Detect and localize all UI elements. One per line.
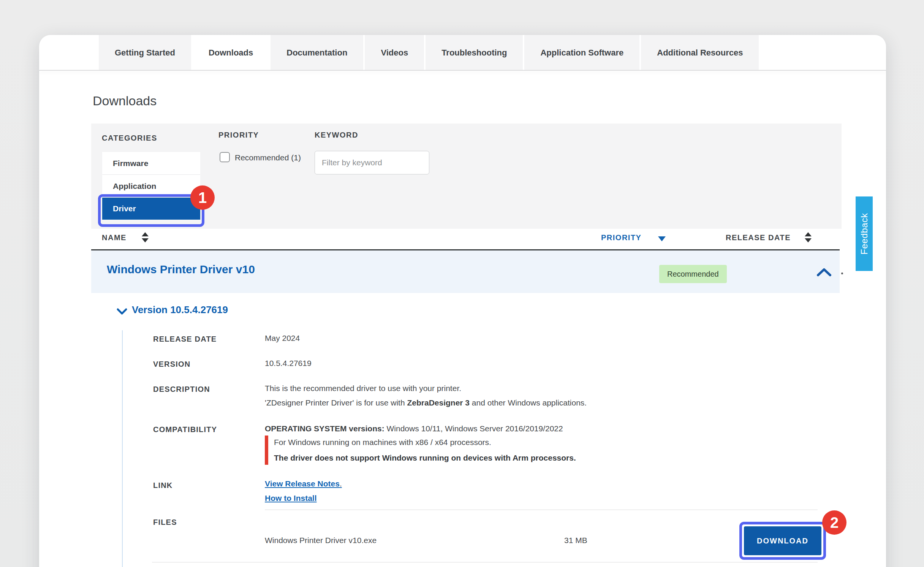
version-expand-chevron-icon[interactable] — [116, 308, 128, 315]
description-label: DESCRIPTION — [153, 385, 210, 394]
driver-row-title-link[interactable]: Windows Printer Driver v10 — [107, 263, 255, 276]
files-label: FILES — [153, 518, 177, 527]
description-line1: This is the recommended driver to use wi… — [265, 384, 461, 393]
release-date-label: RELEASE DATE — [153, 335, 217, 344]
tabstrip-underline — [39, 70, 886, 71]
view-release-notes-link[interactable]: View Release Notes. — [265, 479, 342, 488]
stray-dot — [841, 272, 843, 274]
files-top-divider — [265, 510, 818, 510]
warning-line1: For Windows running on machines with x86… — [274, 438, 576, 447]
keyword-filter-input[interactable] — [315, 151, 429, 174]
compatibility-os-rest: Windows 10/11, Windows Server 2016/2019/… — [384, 424, 563, 433]
column-header-name[interactable]: NAME — [102, 233, 127, 242]
how-to-install-link[interactable]: How to Install — [265, 494, 317, 503]
priority-label: PRIORITY — [218, 131, 259, 139]
annotation-step-1-badge: 1 — [190, 185, 215, 210]
arm-warning-block: For Windows running on machines with x86… — [265, 436, 576, 465]
filter-panel — [91, 124, 842, 229]
description-line2-pre: 'ZDesigner Printer Driver' is for use wi… — [265, 398, 407, 407]
file-size: 31 MB — [564, 536, 587, 545]
sort-down-arrow — [142, 238, 149, 242]
column-header-priority[interactable]: PRIORITY — [601, 233, 641, 242]
tab-troubleshooting[interactable]: Troubleshooting — [426, 35, 523, 71]
compatibility-label: COMPATIBILITY — [153, 425, 217, 434]
page-title: Downloads — [93, 93, 157, 108]
files-bottom-divider — [152, 562, 818, 562]
file-name: Windows Printer Driver v10.exe — [265, 536, 377, 545]
collapse-row-chevron-icon[interactable] — [816, 267, 832, 277]
tab-additional-resources[interactable]: Additional Resources — [641, 35, 759, 71]
categories-label: CATEGORIES — [102, 134, 157, 143]
release-date-value: May 2024 — [265, 334, 300, 343]
version-value: 10.5.4.27619 — [265, 359, 312, 368]
sort-up-arrow — [142, 232, 149, 236]
tab-application-software[interactable]: Application Software — [524, 35, 639, 71]
keyword-label: KEYWORD — [315, 131, 358, 139]
recommended-checkbox-label: Recommended (1) — [235, 153, 301, 162]
tab-videos[interactable]: Videos — [365, 35, 424, 71]
tabstrip: Getting Started Downloads Documentation … — [99, 35, 759, 71]
view-release-notes-text: View Release Notes — [265, 479, 340, 488]
version-heading[interactable]: Version 10.5.4.27619 — [132, 304, 228, 316]
sort-release-date-icon[interactable] — [805, 232, 812, 242]
feedback-tab[interactable]: Feedback — [856, 196, 873, 271]
category-item-application[interactable]: Application — [102, 175, 200, 198]
tab-documentation[interactable]: Documentation — [271, 35, 363, 71]
annotation-step-2-badge: 2 — [822, 510, 846, 535]
link-label: LINK — [153, 481, 172, 490]
version-section-guide-line — [122, 330, 123, 567]
sort-priority-active-icon[interactable] — [658, 236, 666, 241]
warning-line2: The driver does not support Windows runn… — [274, 453, 576, 462]
category-list: Firmware Application Driver — [102, 152, 200, 220]
screen: Getting Started Downloads Documentation … — [0, 0, 924, 567]
description-line2: 'ZDesigner Printer Driver' is for use wi… — [265, 398, 587, 407]
sort-name-icon[interactable] — [142, 232, 149, 242]
recommended-status-badge: Recommended — [659, 265, 727, 283]
sort-down-arrow — [805, 238, 812, 242]
sort-up-arrow — [805, 232, 812, 236]
compatibility-os-line: OPERATING SYSTEM versions: Windows 10/11… — [265, 424, 563, 433]
download-button[interactable]: DOWNLOAD — [744, 526, 821, 555]
version-label: VERSION — [153, 360, 190, 369]
description-line2-post: and other Windows applications. — [470, 398, 587, 407]
compatibility-os-bold: OPERATING SYSTEM versions: — [265, 424, 384, 433]
column-header-release-date[interactable]: RELEASE DATE — [726, 233, 791, 242]
recommended-checkbox[interactable] — [220, 152, 230, 162]
tab-downloads[interactable]: Downloads — [193, 35, 269, 71]
category-item-driver[interactable]: Driver — [102, 198, 200, 220]
tab-getting-started[interactable]: Getting Started — [99, 35, 191, 71]
table-header-rule — [91, 249, 840, 250]
link1-period: . — [340, 479, 342, 488]
category-item-firmware[interactable]: Firmware — [102, 152, 200, 175]
description-line2-bold: ZebraDesigner 3 — [407, 398, 470, 407]
